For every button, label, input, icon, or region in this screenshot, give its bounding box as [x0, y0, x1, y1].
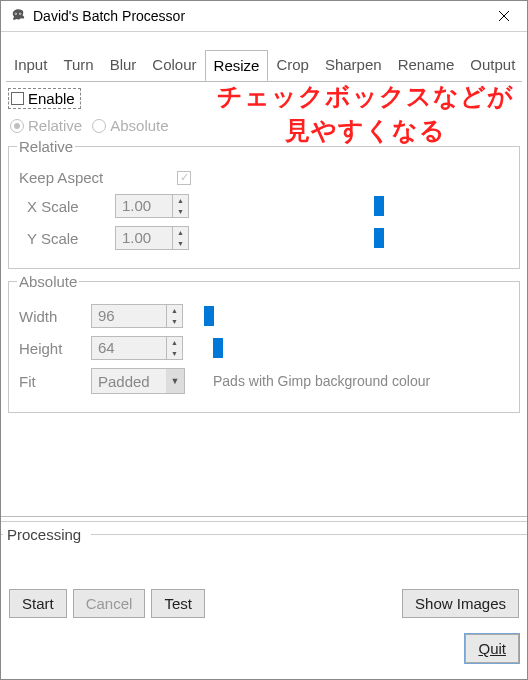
tab-resize[interactable]: Resize — [205, 50, 269, 82]
svg-point-2 — [15, 13, 16, 14]
radio-absolute[interactable]: Absolute — [92, 117, 168, 134]
fit-value: Padded — [92, 371, 166, 392]
fit-hint: Pads with Gimp background colour — [213, 373, 430, 389]
xscale-label: X Scale — [17, 198, 107, 215]
close-button[interactable] — [481, 1, 527, 31]
tab-content: Enable Relative Absolute チェックボックスなどが 見やす… — [6, 81, 522, 413]
width-label: Width — [17, 308, 83, 325]
yscale-label: Y Scale — [17, 230, 107, 247]
keep-aspect-checkbox[interactable]: ✓ — [177, 171, 191, 185]
tab-blur[interactable]: Blur — [102, 50, 145, 81]
chevron-down-icon: ▼ — [166, 369, 184, 393]
yscale-value: 1.00 — [116, 227, 172, 249]
bottom-bar: Processing Start Cancel Test Show Images… — [1, 516, 527, 679]
slider-thumb — [374, 196, 384, 216]
overlay-annotation: チェックボックスなどが 見やすくなる — [217, 80, 514, 148]
absolute-group: Absolute Width 96 ▲▼ Height 64 ▲▼ Fit Pa… — [8, 273, 520, 413]
radio-relative[interactable]: Relative — [10, 117, 82, 134]
xscale-value: 1.00 — [116, 195, 172, 217]
radio-icon — [92, 119, 106, 133]
cancel-button[interactable]: Cancel — [73, 589, 146, 618]
tab-input[interactable]: Input — [6, 50, 55, 81]
keep-aspect-label: Keep Aspect — [17, 169, 109, 186]
quit-button[interactable]: Quit — [465, 634, 519, 663]
spinner-arrows-icon: ▲▼ — [172, 227, 188, 249]
fit-select[interactable]: Padded ▼ — [91, 368, 185, 394]
svg-point-3 — [20, 13, 21, 14]
titlebar: David's Batch Processor — [1, 1, 527, 32]
xscale-slider[interactable] — [207, 196, 511, 216]
height-stepper[interactable]: 64 ▲▼ — [91, 336, 183, 360]
enable-checkbox[interactable]: Enable — [8, 88, 81, 109]
tab-sharpen[interactable]: Sharpen — [317, 50, 390, 81]
tab-output[interactable]: Output — [462, 50, 523, 81]
tabbar: Input Turn Blur Colour Resize Crop Sharp… — [1, 32, 527, 81]
absolute-legend: Absolute — [17, 273, 79, 290]
checkbox-icon — [11, 92, 24, 105]
close-icon — [498, 10, 510, 22]
width-value: 96 — [92, 305, 166, 327]
radio-icon — [10, 119, 24, 133]
spinner-arrows-icon: ▲▼ — [166, 305, 182, 327]
tab-rename[interactable]: Rename — [390, 50, 463, 81]
window-title: David's Batch Processor — [33, 8, 481, 24]
spinner-arrows-icon: ▲▼ — [172, 195, 188, 217]
height-slider[interactable] — [201, 338, 511, 358]
width-stepper[interactable]: 96 ▲▼ — [91, 304, 183, 328]
relative-group: Relative Keep Aspect ✓ X Scale 1.00 ▲▼ Y… — [8, 138, 520, 269]
tab-turn[interactable]: Turn — [55, 50, 101, 81]
height-value: 64 — [92, 337, 166, 359]
tab-crop[interactable]: Crop — [268, 50, 317, 81]
yscale-stepper[interactable]: 1.00 ▲▼ — [115, 226, 189, 250]
xscale-stepper[interactable]: 1.00 ▲▼ — [115, 194, 189, 218]
tab-colour[interactable]: Colour — [144, 50, 204, 81]
slider-thumb — [204, 306, 214, 326]
start-button[interactable]: Start — [9, 589, 67, 618]
slider-thumb — [213, 338, 223, 358]
show-images-button[interactable]: Show Images — [402, 589, 519, 618]
enable-label: Enable — [28, 90, 75, 107]
fit-label: Fit — [17, 373, 83, 390]
height-label: Height — [17, 340, 83, 357]
app-icon — [9, 7, 27, 25]
slider-thumb — [374, 228, 384, 248]
yscale-slider[interactable] — [207, 228, 511, 248]
test-button[interactable]: Test — [151, 589, 205, 618]
width-slider[interactable] — [201, 306, 511, 326]
relative-legend: Relative — [17, 138, 75, 155]
spinner-arrows-icon: ▲▼ — [166, 337, 182, 359]
processing-legend: Processing — [1, 522, 527, 545]
